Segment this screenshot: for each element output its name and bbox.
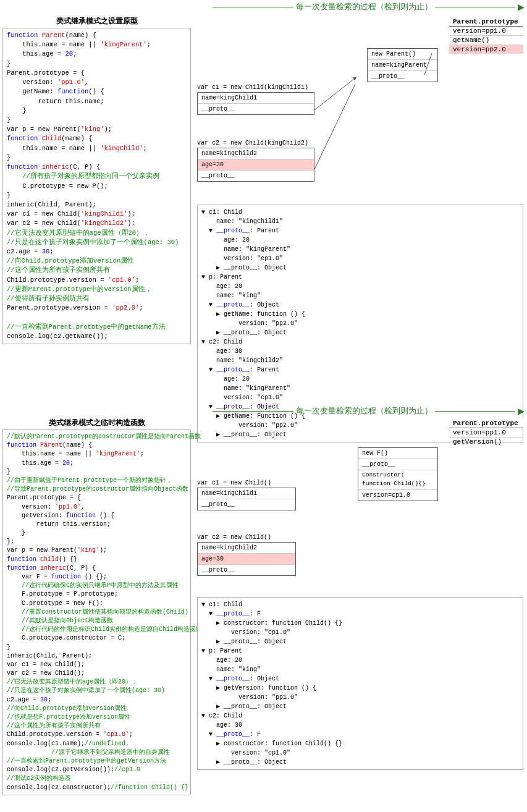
str-b-kp: 'kingParent' — [96, 450, 140, 457]
c1-box-bottom: name=kingChild1 __proto__ — [197, 488, 296, 510]
bottom-comment-7: //这行代码的作用是标识Child实例的构造是源自Child构造函数 — [22, 626, 202, 633]
fn-inheric-bottom: inheric — [40, 565, 66, 572]
c1-b-name: name=kingChild1 — [198, 488, 295, 499]
arrow-line-left — [213, 7, 293, 7]
parent-prototype-box-bottom: Parent.prototype version=pp1.0 getVersio… — [449, 419, 523, 446]
c2-b-proto: __proto__ — [198, 565, 295, 575]
c2-proto-row: __proto__ — [198, 171, 314, 181]
parent-prototype-box-top: Parent.prototype version=pp1.0 getName()… — [449, 17, 523, 54]
arrow-line-bottom-left — [213, 411, 293, 412]
str-pp10: 'pp1.0' — [57, 78, 85, 86]
proto-title-bottom: Parent.prototype — [449, 419, 523, 428]
kw-fn-bottom-1: function — [7, 442, 36, 449]
num-20-1: 20 — [65, 50, 74, 57]
arrow-line-bottom-right — [435, 411, 516, 412]
str-kc1: 'kingChild1' — [81, 210, 128, 218]
c2-name-row: name=kingChild2 — [198, 148, 314, 159]
code-box-top: function Parent(name) { this.name = name… — [2, 28, 191, 344]
bottom-half: 每一次变量检索的过程（检到则为止） ▶ 类式继承模式之临时构造函数 //默认的P… — [0, 404, 527, 798]
bottom-comment-12: //这个属性为所有孩子实例所共有 — [7, 722, 101, 729]
c1-container-bottom: var c1 = new Child() name=kingChild1 __p… — [197, 480, 296, 510]
str-cp10: 'cp1.0' — [108, 276, 135, 284]
fn-parent-bottom: Parent — [40, 442, 62, 449]
new-parent-proto: __proto__ — [368, 71, 437, 82]
c1-b-proto: __proto__ — [198, 499, 295, 510]
bottom-comment-16: //cp1.0 — [114, 766, 140, 773]
proto-row-b-version: version=pp1.0 — [449, 428, 523, 438]
c2-container-bottom: var c2 = new Child() name=kingChild2 age… — [197, 534, 296, 576]
c2-label-top: var c2 = new Child(kingChild2) — [197, 140, 314, 146]
c2-age-row: age=30 — [198, 159, 314, 171]
bottom-title: 类式继承模式之临时构造函数 — [2, 418, 191, 428]
fn-child: Child — [42, 135, 62, 142]
str-b-king: 'king' — [77, 547, 99, 554]
num-30-1: 30 — [42, 248, 50, 255]
c1-proto-row: __proto__ — [198, 104, 314, 114]
comment-8: //一直检索到Parent.prototype中的getName方法 — [7, 323, 166, 331]
proto-box-bottom: Parent.prototype version=pp1.0 getVersio… — [449, 419, 523, 446]
bottom-comment-15: //一直检索到Parent.prototype中的getVersion方法 — [7, 758, 166, 764]
bottom-comment-9: //只是在这个孩子对象实例中添加了一个属性(age: 30) — [7, 687, 165, 694]
proto-row-b-getversion: getVersion() — [449, 438, 523, 446]
code-box-bottom: //默认的Parent.prototype的costructor属性是指向Par… — [2, 429, 191, 795]
new-f-constructor: Constructor: function Child(){} — [358, 470, 437, 490]
page-container: 每一次变量检索的过程（检到则为止） ▶ 类式继承模式之设置原型 function… — [0, 0, 527, 812]
debug-output-bottom: ▼ c1: Child ▼ __proto__: F ▶ constructor… — [197, 597, 523, 770]
arrow-line-right — [435, 7, 516, 7]
str-king: 'king' — [81, 125, 104, 133]
top-half: 每一次变量检索的过程（检到则为止） ▶ 类式继承模式之设置原型 function… — [0, 0, 527, 402]
kw-function-3: function — [7, 135, 38, 142]
kw-fn-bottom-5: function — [51, 573, 81, 580]
c2-label-bottom: var c2 = new Child() — [197, 534, 296, 541]
num-b-20: 20 — [62, 460, 70, 467]
new-parent-label: new Parent() — [368, 49, 437, 60]
comment-7: //使得所有子孙实例所共有 — [7, 295, 90, 302]
top-right-diagrams: Parent.prototype version=pp1.0 getName()… — [196, 16, 525, 399]
c2-b-name: name=kingChild2 — [198, 543, 295, 554]
bottom-comment-2: //由于重新赋值于Parent.prototype一个新的对象指针， — [7, 477, 172, 484]
str-b-cp10: 'cp1.0' — [103, 731, 129, 738]
c2-box-top: name=kingChild2 age=30 __proto__ — [197, 148, 314, 182]
proto-title-top: Parent.prototype — [449, 17, 523, 27]
fn-child-bottom: Child — [40, 556, 59, 563]
bottom-comment-10: //向Child.prototype添加version属性 — [7, 705, 127, 712]
c1-label-bottom: var c1 = new Child() — [197, 480, 296, 486]
new-f-box: new F() __proto__ Constructor: function … — [358, 447, 438, 501]
bottom-comment-1: //默认的Parent.prototype的costructor属性是指向Par… — [7, 433, 201, 440]
proto-box-top: Parent.prototype version=pp1.0 getName()… — [449, 17, 523, 54]
new-f-container: new F() __proto__ Constructor: function … — [358, 447, 438, 501]
comment-2: //它无法改变其原型链中的age属性（即20）， — [7, 229, 150, 237]
comment-5: //这个属性为所有孩子实例所共有 — [7, 266, 110, 274]
bottom-comment-14: //源于它继承不到父亲构造器中的自身属性 — [51, 749, 170, 756]
kw-function-4: function — [7, 163, 38, 171]
c1-box-top: name=kingChild1 __proto__ — [197, 92, 314, 115]
c1-label-top: var c1 = new Child(kingChild1) — [197, 84, 314, 91]
bottom-right-diagrams: Parent.prototype version=pp1.0 getVersio… — [196, 418, 525, 795]
bottom-comment-3: //导致Parent.prototype的costructor属性指向Objec… — [7, 486, 188, 493]
svg-line-0 — [314, 78, 355, 110]
comment-6: //更新Parent.prototype中的version属性， — [7, 285, 152, 293]
str-pp20: 'pp2.0' — [112, 304, 139, 311]
bottom-comment-17: //测试c2实例的构造器 — [7, 775, 71, 782]
kw-function-1: function — [7, 32, 38, 39]
debug-tree-bottom: ▼ c1: Child ▼ __proto__: F ▶ constructor… — [197, 597, 523, 770]
bottom-comment-4: //这行代码确保C的实例只继承P中原型中的方法及其属性 — [22, 582, 179, 589]
c2-box-bottom: name=kingChild2 age=30 __proto__ — [197, 542, 296, 576]
arrow-head-bottom: ▶ — [518, 406, 525, 416]
str-kingchild: 'kingChild' — [100, 145, 143, 152]
fn-inheric: inheric — [42, 163, 69, 171]
new-f-proto: __proto__ — [358, 459, 437, 470]
str-kc2: 'kingChild2' — [81, 219, 128, 227]
num-b-30: 30 — [40, 696, 48, 703]
c2-b-age: age=30 — [198, 554, 295, 565]
arrow-text-top: 每一次变量检索的过程（检到则为止） — [296, 1, 432, 12]
bottom-comment-5: //重置constructor属性使其指向期望的构造函数(Child) — [22, 609, 188, 615]
kw-function-2: function — [57, 88, 88, 95]
bottom-comment-11: //也就是想F.prototype添加version属性 — [7, 714, 130, 721]
arrow-head-top: ▶ — [518, 2, 525, 12]
c1-name-row: name=kingChild1 — [198, 93, 314, 104]
kw-fn-bottom-3: function — [7, 556, 36, 563]
new-parent-container: new Parent() name=kingParent __proto__ — [367, 48, 438, 82]
bottom-comment-13: //undefined. — [85, 740, 129, 747]
proto-row-version2: version=pp2.0 — [449, 45, 523, 54]
